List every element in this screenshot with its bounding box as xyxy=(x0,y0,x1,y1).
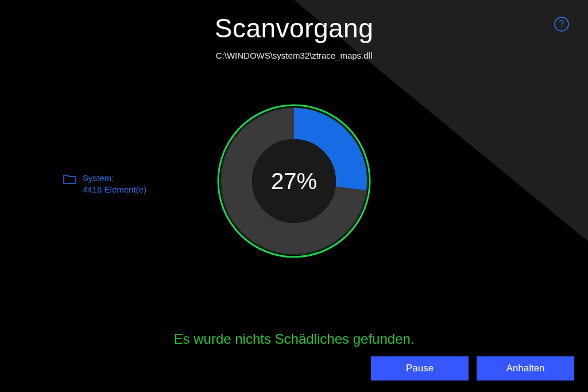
help-icon: ? xyxy=(554,16,570,32)
progress-donut: #arc{display:none} 27% xyxy=(216,103,372,259)
pause-button[interactable]: Pause xyxy=(371,356,469,381)
current-scan-file: C:\WINDOWS\system32\ztrace_maps.dll xyxy=(0,51,588,60)
stop-button[interactable]: Anhalten xyxy=(477,356,574,381)
action-buttons: Pause Anhalten xyxy=(371,356,574,381)
svg-text:?: ? xyxy=(559,19,564,29)
scan-target-label: System: xyxy=(83,173,114,183)
progress-percent-label: 27% xyxy=(271,168,317,194)
scan-items-suffix: Element(e) xyxy=(105,185,146,194)
scan-target-info: System: 4416 Element(e) xyxy=(63,172,146,196)
help-button[interactable]: ? xyxy=(554,16,570,32)
page-title: Scanvorgang xyxy=(0,13,588,44)
folder-icon xyxy=(63,174,76,186)
status-message: Es wurde nichts Schädliches gefunden. xyxy=(0,331,588,347)
scan-items-count: 4416 xyxy=(83,185,102,194)
